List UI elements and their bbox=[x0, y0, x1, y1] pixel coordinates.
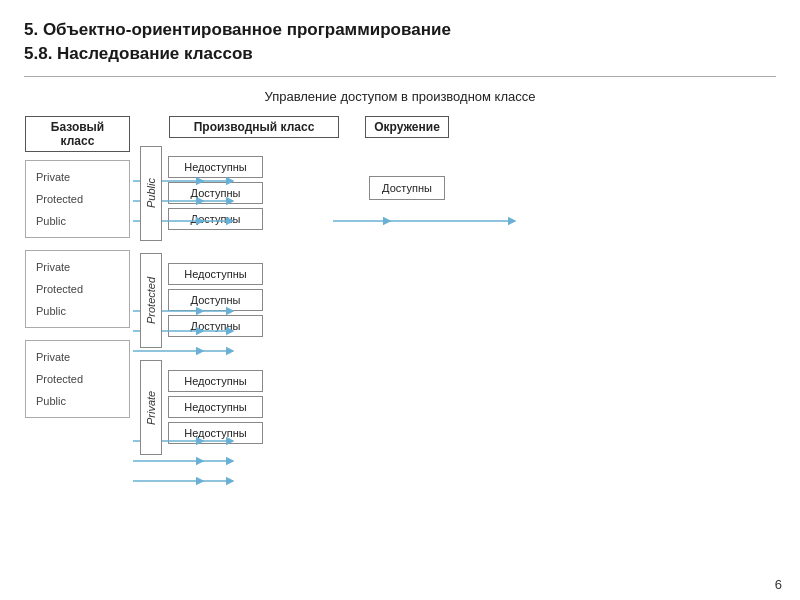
result-p3-2: Недоступны bbox=[168, 396, 263, 418]
result-p3-1: Недоступны bbox=[168, 370, 263, 392]
base-private-1: Private bbox=[32, 166, 123, 188]
inherit-type-private: Private bbox=[140, 360, 162, 455]
base-public-2: Public bbox=[32, 300, 123, 322]
base-protected-3: Protected bbox=[32, 368, 123, 390]
base-public-1: Public bbox=[32, 210, 123, 232]
base-private-2: Private bbox=[32, 256, 123, 278]
base-protected-2: Protected bbox=[32, 278, 123, 300]
subtitle: Управление доступом в производном классе bbox=[24, 89, 776, 104]
base-group-1: Private Protected Public bbox=[25, 160, 130, 238]
derived-results-public: Недоступны Доступны Доступны bbox=[168, 156, 263, 230]
base-class-column: Базовый класс Private Protected Public P… bbox=[25, 116, 130, 426]
base-public-3: Public bbox=[32, 390, 123, 412]
result-p3-3: Недоступны bbox=[168, 422, 263, 444]
diagram: Базовый класс Private Protected Public P… bbox=[25, 116, 775, 463]
result-p1-1: Недоступны bbox=[168, 156, 263, 178]
derived-column-wrapper: Производный класс Public Недоступны Дост… bbox=[140, 116, 340, 463]
page-number: 6 bbox=[775, 577, 782, 592]
result-p2-1: Недоступны bbox=[168, 263, 263, 285]
env-column: Окружение Доступны bbox=[362, 116, 452, 200]
slide-title: 5. Объектно-ориентированное программиров… bbox=[24, 18, 776, 66]
derived-results-protected: Недоступны Доступны Доступны bbox=[168, 263, 263, 337]
base-class-header: Базовый класс bbox=[25, 116, 130, 152]
inherit-type-protected: Protected bbox=[140, 253, 162, 348]
env-accessible: Доступны bbox=[369, 176, 445, 200]
result-p1-2: Доступны bbox=[168, 182, 263, 204]
env-header: Окружение bbox=[365, 116, 449, 138]
derived-row-private: Private Недоступны Недоступны Недоступны bbox=[140, 360, 340, 455]
base-private-3: Private bbox=[32, 346, 123, 368]
inherit-type-public: Public bbox=[140, 146, 162, 241]
base-group-3: Private Protected Public bbox=[25, 340, 130, 418]
result-p2-2: Доступны bbox=[168, 289, 263, 311]
base-group-2: Private Protected Public bbox=[25, 250, 130, 328]
title-divider bbox=[24, 76, 776, 77]
base-protected-1: Protected bbox=[32, 188, 123, 210]
derived-class-header: Производный класс bbox=[169, 116, 339, 138]
result-p1-3: Доступны bbox=[168, 208, 263, 230]
derived-results-private: Недоступны Недоступны Недоступны bbox=[168, 370, 263, 444]
derived-row-public: Public Недоступны Доступны Доступны bbox=[140, 146, 340, 241]
result-p2-3: Доступны bbox=[168, 315, 263, 337]
derived-row-protected: Protected Недоступны Доступны Доступны bbox=[140, 253, 340, 348]
